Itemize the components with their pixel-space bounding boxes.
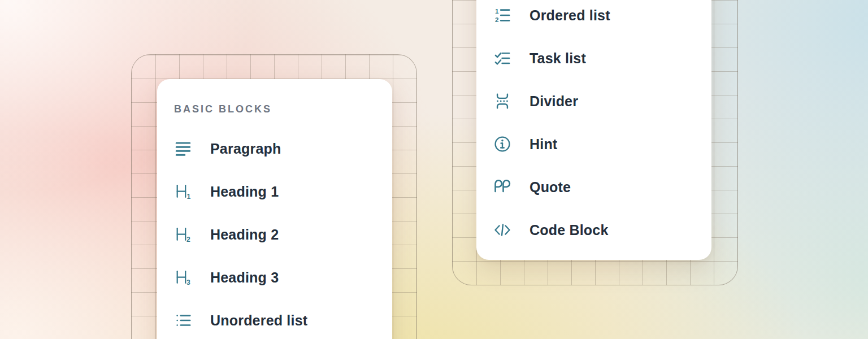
menu-item-label: Paragraph — [210, 141, 281, 157]
heading-3-icon: 3 — [174, 268, 192, 286]
menu-item-label: Heading 2 — [210, 227, 279, 243]
menu-item-heading-3[interactable]: 3 Heading 3 — [157, 256, 392, 299]
menu-item-label: Quote — [530, 179, 571, 195]
basic-blocks-item-list: Paragraph 1 Heading 1 2 — [157, 127, 392, 339]
menu-item-unordered-list[interactable]: Unordered list — [157, 299, 392, 339]
more-blocks-menu-card: 1 2 Ordered list Task list — [476, 0, 711, 260]
more-blocks-item-list: 1 2 Ordered list Task list — [476, 0, 711, 251]
menu-item-task-list[interactable]: Task list — [476, 37, 711, 80]
unordered-list-icon — [174, 311, 192, 329]
paragraph-icon — [174, 140, 192, 158]
svg-text:2: 2 — [186, 236, 190, 243]
svg-text:2: 2 — [495, 16, 499, 23]
menu-item-heading-1[interactable]: 1 Heading 1 — [157, 170, 392, 213]
ordered-list-icon: 1 2 — [493, 6, 511, 24]
menu-item-label: Code Block — [530, 222, 609, 238]
heading-2-icon: 2 — [174, 225, 192, 244]
basic-blocks-menu-card: BASIC BLOCKS Paragraph 1 Heading 1 — [157, 79, 392, 339]
menu-item-paragraph[interactable]: Paragraph — [157, 127, 392, 170]
editor-menu-illustration: BASIC BLOCKS Paragraph 1 Heading 1 — [0, 0, 868, 339]
menu-item-heading-2[interactable]: 2 Heading 2 — [157, 213, 392, 256]
menu-item-label: Task list — [530, 50, 586, 67]
section-title-basic-blocks: BASIC BLOCKS — [174, 101, 392, 118]
menu-item-code-block[interactable]: Code Block — [476, 208, 711, 251]
menu-item-label: Hint — [530, 136, 557, 153]
menu-item-label: Heading 1 — [210, 184, 279, 200]
svg-text:1: 1 — [495, 7, 499, 15]
divider-icon — [493, 92, 511, 110]
svg-text:3: 3 — [186, 279, 190, 286]
menu-item-label: Ordered list — [530, 7, 610, 24]
hint-icon — [493, 135, 511, 153]
menu-item-label: Divider — [530, 93, 578, 110]
menu-item-ordered-list[interactable]: 1 2 Ordered list — [476, 0, 711, 37]
quote-icon — [493, 178, 511, 196]
task-list-icon — [493, 49, 511, 67]
menu-item-quote[interactable]: Quote — [476, 166, 711, 208]
heading-1-icon: 1 — [174, 182, 192, 201]
menu-item-hint[interactable]: Hint — [476, 123, 711, 166]
menu-item-label: Unordered list — [210, 312, 307, 329]
menu-item-divider[interactable]: Divider — [476, 80, 711, 123]
menu-item-label: Heading 3 — [210, 270, 279, 286]
code-block-icon — [493, 221, 511, 239]
svg-text:1: 1 — [187, 193, 191, 200]
